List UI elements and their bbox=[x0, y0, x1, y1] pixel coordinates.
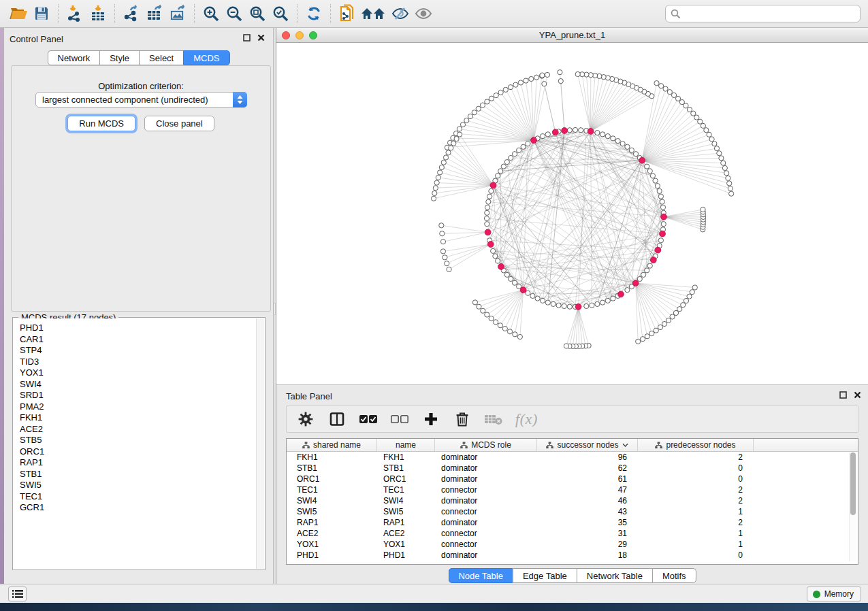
mcds-result-item[interactable]: ORC1 bbox=[20, 446, 256, 458]
mcds-result-item[interactable]: SWI5 bbox=[20, 480, 256, 491]
network-node[interactable] bbox=[657, 188, 662, 193]
close-table-panel-icon[interactable] bbox=[854, 391, 861, 399]
import-table-icon[interactable] bbox=[86, 3, 110, 24]
network-node[interactable] bbox=[679, 99, 684, 104]
network-node[interactable] bbox=[517, 334, 522, 339]
network-node[interactable] bbox=[663, 86, 668, 91]
network-node[interactable] bbox=[504, 272, 509, 277]
network-node[interactable] bbox=[694, 115, 699, 120]
network-node[interactable] bbox=[495, 259, 500, 263]
network-node[interactable] bbox=[654, 81, 659, 86]
network-node[interactable] bbox=[645, 164, 649, 169]
network-node[interactable] bbox=[494, 320, 498, 325]
hide-selected-icon[interactable] bbox=[389, 3, 412, 24]
mcds-hub-node[interactable] bbox=[485, 229, 491, 235]
mcds-result-item[interactable]: PHD1 bbox=[20, 323, 256, 334]
network-node[interactable] bbox=[436, 175, 440, 180]
network-node[interactable] bbox=[431, 196, 436, 201]
network-node[interactable] bbox=[677, 307, 682, 312]
table-scrollbar[interactable] bbox=[849, 452, 856, 561]
network-node[interactable] bbox=[562, 303, 566, 308]
network-node[interactable] bbox=[535, 296, 540, 301]
network-node[interactable] bbox=[645, 334, 649, 339]
open-file-icon[interactable] bbox=[7, 3, 30, 24]
network-node[interactable] bbox=[485, 312, 489, 317]
network-node[interactable] bbox=[704, 128, 709, 133]
network-node[interactable] bbox=[707, 132, 711, 137]
network-node[interactable] bbox=[615, 138, 620, 143]
zoom-in-icon[interactable] bbox=[199, 3, 223, 24]
network-node[interactable] bbox=[449, 146, 453, 150]
mcds-hub-node[interactable] bbox=[650, 257, 656, 263]
mcds-result-item[interactable]: PMA2 bbox=[20, 401, 256, 413]
network-node[interactable] bbox=[684, 103, 688, 108]
run-mcds-button[interactable]: Run MCDS bbox=[67, 116, 135, 131]
tab-network-table[interactable]: Network Table bbox=[577, 568, 652, 583]
table-row[interactable]: YOX1YOX1connector291 bbox=[287, 539, 858, 550]
mcds-result-item[interactable]: SRD1 bbox=[20, 390, 256, 401]
network-node[interactable] bbox=[439, 223, 444, 228]
network-node[interactable] bbox=[658, 194, 663, 199]
close-window-icon[interactable] bbox=[282, 31, 290, 39]
network-node[interactable] bbox=[658, 238, 663, 243]
tab-motifs[interactable]: Motifs bbox=[652, 568, 696, 583]
search-box[interactable] bbox=[665, 5, 861, 22]
network-node[interactable] bbox=[493, 254, 498, 259]
network-node[interactable] bbox=[476, 106, 481, 111]
network-node[interactable] bbox=[485, 222, 489, 227]
mcds-hub-node[interactable] bbox=[661, 214, 667, 220]
network-node[interactable] bbox=[653, 178, 658, 183]
network-node[interactable] bbox=[540, 73, 545, 78]
float-table-panel-icon[interactable] bbox=[839, 391, 847, 399]
zoom-out-icon[interactable] bbox=[223, 3, 246, 24]
import-network-icon[interactable] bbox=[63, 3, 86, 24]
network-node[interactable] bbox=[495, 174, 500, 178]
network-node[interactable] bbox=[440, 240, 445, 244]
network-node[interactable] bbox=[485, 210, 489, 215]
mcds-hub-node[interactable] bbox=[562, 128, 568, 134]
network-node[interactable] bbox=[508, 85, 513, 90]
network-node[interactable] bbox=[654, 328, 658, 333]
mcds-hub-node[interactable] bbox=[498, 263, 504, 269]
network-node[interactable] bbox=[512, 280, 517, 285]
network-node[interactable] bbox=[457, 127, 462, 131]
network-node[interactable] bbox=[472, 300, 477, 305]
network-node[interactable] bbox=[726, 176, 730, 180]
network-node[interactable] bbox=[443, 155, 448, 160]
network-node[interactable] bbox=[595, 301, 600, 306]
network-node[interactable] bbox=[445, 261, 449, 266]
network-node[interactable] bbox=[558, 70, 562, 75]
network-canvas[interactable] bbox=[276, 43, 868, 384]
mcds-result-item[interactable]: GCR1 bbox=[20, 502, 256, 514]
table-row[interactable]: STB1STB1dominator620 bbox=[287, 463, 858, 474]
column-header-predecessor-nodes[interactable]: predecessor nodes bbox=[638, 439, 754, 451]
export-image-icon[interactable] bbox=[166, 3, 189, 24]
network-node[interactable] bbox=[650, 174, 655, 178]
column-header-MCDS-role[interactable]: MCDS role bbox=[435, 439, 537, 451]
network-node[interactable] bbox=[489, 96, 494, 101]
task-history-button[interactable] bbox=[8, 587, 27, 601]
network-node[interactable] bbox=[491, 248, 496, 253]
network-node[interactable] bbox=[605, 298, 610, 303]
network-node[interactable] bbox=[579, 128, 583, 133]
network-node[interactable] bbox=[645, 268, 649, 273]
mcds-result-item[interactable]: ACE2 bbox=[20, 424, 256, 435]
tab-style[interactable]: Style bbox=[99, 50, 139, 65]
network-node[interactable] bbox=[611, 296, 615, 301]
network-node[interactable] bbox=[637, 276, 642, 281]
network-node[interactable] bbox=[692, 285, 697, 290]
new-network-from-selection-icon[interactable] bbox=[336, 3, 359, 24]
deselect-all-icon[interactable] bbox=[390, 410, 409, 429]
network-node[interactable] bbox=[556, 303, 561, 308]
export-table-icon[interactable] bbox=[143, 3, 166, 24]
network-node[interactable] bbox=[701, 123, 705, 128]
network-node[interactable] bbox=[670, 314, 675, 319]
network-node[interactable] bbox=[611, 136, 615, 141]
network-node[interactable] bbox=[464, 118, 469, 122]
network-node[interactable] bbox=[434, 180, 439, 185]
tab-edge-table[interactable]: Edge Table bbox=[513, 568, 577, 583]
network-node[interactable] bbox=[727, 181, 732, 186]
network-node[interactable] bbox=[545, 300, 550, 305]
network-node[interactable] bbox=[438, 170, 443, 175]
mcds-result-item[interactable]: CAR1 bbox=[20, 334, 256, 346]
